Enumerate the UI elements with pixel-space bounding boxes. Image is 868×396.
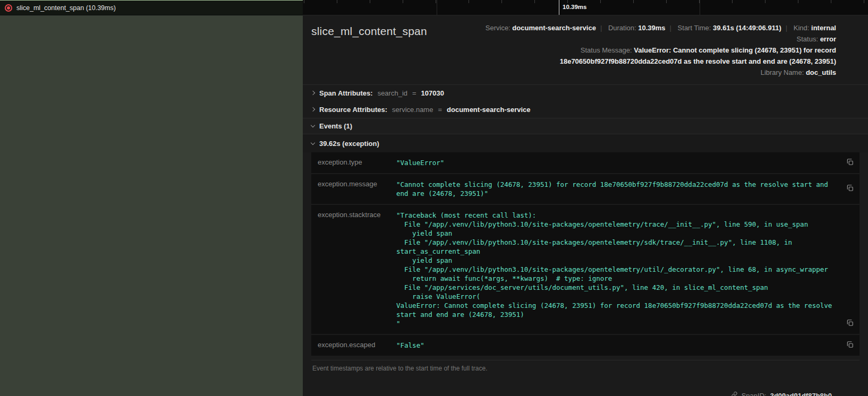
- span-detail-sections: Span Attributes: search_id = 107030 Reso…: [303, 84, 868, 376]
- timeline-ruler[interactable]: 10.39ms: [303, 0, 868, 15]
- ruler-divider: [437, 0, 437, 15]
- resource-attribute-key: service.name: [392, 106, 433, 114]
- event-exception-label: 39.62s (exception): [319, 140, 379, 148]
- status-message-label: Status Message:: [581, 46, 632, 54]
- table-row-exception-stacktrace: exception.stacktrace "Traceback (most re…: [311, 205, 860, 334]
- ruler-ticks: [304, 0, 868, 3]
- trace-viewer-window: slice_ml_content_span (10.39ms) 10.39ms …: [0, 0, 868, 396]
- span-id-label: SpanID:: [742, 392, 767, 396]
- span-id-value: 3d09ad91df87b8b0: [770, 392, 832, 396]
- copy-icon: [846, 341, 854, 350]
- copy-icon: [846, 184, 854, 194]
- span-meta-line-primary: Service: document-search-service| Durati…: [486, 22, 836, 33]
- duration-value: 10.39ms: [638, 24, 665, 32]
- status-label: Status:: [797, 35, 818, 43]
- table-row-exception-message: exception.message "Cannot complete slici…: [311, 174, 860, 204]
- table-row-exception-type: exception.type "ValueError": [311, 152, 860, 173]
- events-section-label: Events (1): [319, 122, 352, 130]
- divider: |: [670, 24, 671, 32]
- copy-button[interactable]: [840, 335, 860, 356]
- service-value: document-search-service: [512, 24, 596, 32]
- table-row-exception-escaped: exception.escaped "False": [311, 335, 860, 356]
- equals-sign: =: [438, 106, 442, 114]
- attribute-value: "Traceback (most recent call last): File…: [391, 205, 840, 334]
- span-detail-panel: slice_ml_content_span Service: document-…: [303, 15, 868, 396]
- resource-attribute-value: document-search-service: [447, 106, 531, 114]
- span-detail-header: slice_ml_content_span Service: document-…: [303, 15, 868, 83]
- span-id-link[interactable]: SpanID: 3d09ad91df87b8b0: [731, 391, 832, 396]
- resource-attributes-label: Resource Attributes:: [319, 106, 387, 114]
- span-attribute-value: 107030: [421, 89, 444, 97]
- error-status-icon: [5, 4, 12, 12]
- start-time-value: 39.61s (14:49:06.911): [713, 24, 781, 32]
- equals-sign: =: [412, 89, 416, 97]
- divider: |: [600, 24, 602, 32]
- span-status-message-line: Status Message: ValueError: Cannot compl…: [496, 45, 836, 67]
- span-library-line: Library Name: doc_utils: [486, 67, 836, 78]
- library-name-label: Library Name:: [761, 68, 804, 76]
- copy-icon: [846, 158, 854, 168]
- span-meta: Service: document-search-service| Durati…: [486, 22, 836, 78]
- attribute-value: "Cannot complete slicing (24678, 23951) …: [391, 174, 840, 204]
- copy-button[interactable]: [840, 152, 860, 173]
- attribute-value: "False": [391, 335, 840, 356]
- span-attributes-toggle[interactable]: Span Attributes: search_id = 107030: [303, 85, 868, 101]
- resource-attributes-toggle[interactable]: Resource Attributes: service.name = docu…: [303, 101, 868, 118]
- span-attributes-label: Span Attributes:: [319, 89, 373, 97]
- attribute-key: exception.type: [311, 152, 391, 173]
- events-section-toggle[interactable]: Events (1): [303, 118, 868, 134]
- event-exception-toggle[interactable]: 39.62s (exception): [303, 134, 868, 152]
- kind-value: internal: [811, 24, 836, 32]
- span-title: slice_ml_content_span: [311, 22, 427, 38]
- start-time-label: Start Time:: [678, 24, 711, 32]
- timeline-cursor-label: 10.39ms: [563, 4, 586, 10]
- chevron-right-icon: [311, 107, 315, 111]
- attribute-key: exception.stacktrace: [311, 205, 391, 334]
- copy-button[interactable]: [840, 174, 860, 204]
- copy-icon: [846, 319, 854, 329]
- link-icon: [731, 391, 738, 396]
- attribute-key: exception.message: [311, 174, 391, 204]
- copy-button[interactable]: [840, 205, 860, 334]
- span-tree-label: slice_ml_content_span (10.39ms): [16, 4, 116, 12]
- span-tree-row-selected[interactable]: slice_ml_content_span (10.39ms): [0, 0, 303, 15]
- attribute-key: exception.escaped: [311, 335, 391, 356]
- ruler-divider: [700, 0, 700, 15]
- span-status-line: Status: error: [486, 33, 836, 45]
- exception-attributes-table: exception.type "ValueError" exception.me…: [303, 152, 868, 356]
- chevron-right-icon: [311, 91, 315, 95]
- chevron-down-icon: [311, 140, 315, 144]
- kind-label: Kind:: [794, 24, 810, 32]
- library-name-value: doc_utils: [806, 68, 836, 76]
- trace-tree-panel: slice_ml_content_span (10.39ms): [0, 0, 303, 396]
- service-label: Service:: [486, 24, 510, 32]
- attribute-value: "ValueError": [391, 152, 840, 173]
- status-value: error: [820, 35, 836, 43]
- events-footer-note: Event timestamps are relative to the sta…: [311, 360, 860, 376]
- span-attribute-key: search_id: [378, 89, 407, 97]
- trace-timeline-canvas[interactable]: [0, 15, 303, 396]
- duration-label: Duration:: [608, 24, 636, 32]
- chevron-down-icon: [311, 123, 315, 127]
- divider: |: [786, 24, 787, 32]
- timeline-cursor[interactable]: [559, 0, 559, 15]
